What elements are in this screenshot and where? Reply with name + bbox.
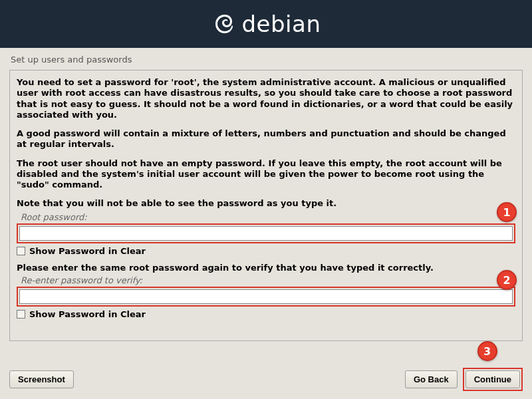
reenter-password-input[interactable] [19,289,513,304]
continue-highlight: Continue [463,368,523,391]
footer-bar: Screenshot Go Back 3 Continue [9,368,523,391]
checkbox-icon[interactable] [17,310,25,319]
annotation-badge-1: 1 [497,202,517,222]
nav-button-group: Go Back 3 Continue [405,368,523,391]
root-password-highlight [17,223,515,243]
show-password-label-1: Show Password in Clear [29,246,146,256]
header-bar: debian [0,0,532,48]
intro-paragraph-2: A good password will contain a mixture o… [17,128,515,150]
content-panel: You need to set a password for 'root', t… [9,70,523,341]
annotation-badge-3: 3 [477,341,497,361]
annotation-badge-2: 2 [497,270,517,290]
verify-instruction: Please enter the same root password agai… [17,263,515,273]
screenshot-button[interactable]: Screenshot [9,370,74,388]
debian-swirl-icon [211,11,238,37]
intro-paragraph-1: You need to set a password for 'root', t… [17,77,515,120]
root-password-input[interactable] [19,226,513,241]
root-password-label: Root password: [21,212,515,222]
brand-text: debian [242,11,321,37]
intro-paragraph-3: The root user should not have an empty p… [17,158,515,191]
debian-logo: debian [211,11,321,37]
reenter-password-label: Re-enter password to verify: [21,275,515,285]
continue-button[interactable]: Continue [466,370,520,388]
page-title: Set up users and passwords [0,48,532,70]
show-password-row-2[interactable]: Show Password in Clear [17,309,515,319]
checkbox-icon[interactable] [17,247,25,255]
go-back-button[interactable]: Go Back [405,370,458,388]
reenter-password-highlight [17,287,515,307]
intro-paragraph-4: Note that you will not be able to see th… [17,198,515,209]
show-password-label-2: Show Password in Clear [29,309,146,319]
show-password-row-1[interactable]: Show Password in Clear [17,246,515,256]
